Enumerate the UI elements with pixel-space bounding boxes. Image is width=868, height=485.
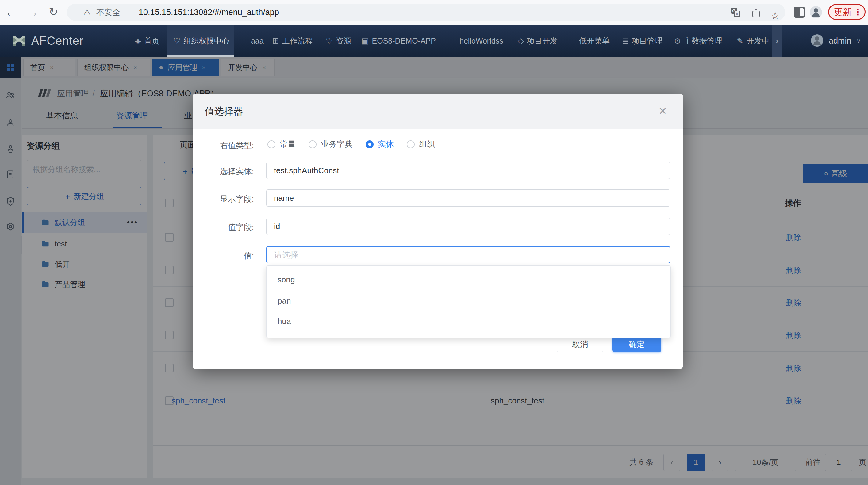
forward-button[interactable]: → <box>24 0 41 25</box>
browser-profile-avatar[interactable] <box>810 6 822 19</box>
translate-icon[interactable]: G 文 <box>731 8 740 17</box>
side-panel-icon[interactable] <box>794 7 805 18</box>
back-button[interactable]: ← <box>2 0 20 25</box>
dialog-title: 值选择器 <box>205 94 243 129</box>
wrench-icon: ⊙ <box>674 36 681 46</box>
right-value-type-label: 右值类型: <box>193 140 254 151</box>
value-options-dropdown: song pan hua <box>266 265 671 338</box>
browser-toolbar: ← → ↻ ⚠ 不安全 10.15.15.151:13082/#/menu_au… <box>0 0 868 25</box>
nav-item-project-mgmt[interactable]: ≣项目管理 <box>622 25 662 57</box>
not-secure-icon: ⚠ <box>84 4 91 21</box>
nav-overflow-chevron[interactable]: › <box>772 25 782 57</box>
username[interactable]: admin <box>829 25 851 57</box>
nav-item-aaa[interactable]: aaa <box>251 25 264 57</box>
nav-item-org-auth-center[interactable]: ♡组织权限中心 <box>173 25 229 57</box>
nav-item-home[interactable]: ◈首页 <box>135 25 159 57</box>
value-field-label: 值字段: <box>193 222 254 233</box>
nav-item-project-dev[interactable]: ◇项目开发 <box>518 25 558 57</box>
heart-icon: ♡ <box>173 36 180 46</box>
workflow-icon: ⊞ <box>272 36 279 46</box>
not-secure-label: 不安全 <box>96 4 120 21</box>
nav-item-helloworldss[interactable]: helloWorldss <box>460 25 503 57</box>
value-field-input[interactable] <box>266 218 670 235</box>
select-entity-input[interactable] <box>266 162 670 179</box>
user-caret-icon[interactable]: ∨ <box>856 25 861 57</box>
url-text[interactable]: 10.15.15.151:13082/#/menu_auth/app <box>138 4 279 21</box>
radio-circle-icon <box>407 140 415 149</box>
radio-circle-icon <box>366 140 374 149</box>
brand-name: AFCenter <box>31 25 84 57</box>
value-select-input[interactable] <box>266 246 670 263</box>
app-icon: ▣ <box>361 36 369 46</box>
right-value-type-radio-group: 常量 业务字典 实体 组织 <box>268 139 435 150</box>
radio-constant[interactable]: 常量 <box>268 139 296 150</box>
radio-circle-icon <box>268 140 275 149</box>
select-entity-label: 选择实体: <box>193 166 254 177</box>
home-gem-icon: ◈ <box>135 36 141 46</box>
edit-icon: ✎ <box>737 36 743 46</box>
radio-circle-icon <box>309 140 316 149</box>
reload-button[interactable]: ↻ <box>45 0 62 25</box>
address-bar[interactable]: ⚠ 不安全 10.15.15.151:13082/#/menu_auth/app… <box>67 4 785 21</box>
afcenter-logo-icon <box>12 33 26 48</box>
heart-icon: ♡ <box>326 36 333 46</box>
radio-organization[interactable]: 组织 <box>407 139 435 150</box>
address-divider <box>132 8 132 17</box>
nav-item-master-data[interactable]: ⊙主数据管理 <box>674 25 722 57</box>
display-field-input[interactable] <box>266 190 670 207</box>
user-avatar[interactable] <box>811 34 823 46</box>
nav-item-resources[interactable]: ♡资源 <box>326 25 351 57</box>
option-hua[interactable]: hua <box>278 315 291 328</box>
nav-item-workflow[interactable]: ⊞工作流程 <box>272 25 313 57</box>
display-field-label: 显示字段: <box>193 194 254 204</box>
nav-item-lowcode-menu[interactable]: 低开菜单 <box>579 25 610 57</box>
confirm-button[interactable]: 确定 <box>612 336 661 352</box>
browser-menu-dots-icon[interactable]: ⋮ <box>854 5 862 19</box>
nav-item-dev-center[interactable]: ✎开发中 <box>737 25 770 57</box>
radio-business-dict[interactable]: 业务字典 <box>309 139 353 150</box>
value-label: 值: <box>193 251 254 261</box>
nav-item-eos8-demo-app[interactable]: ▣EOS8-DEMO-APP <box>361 25 436 57</box>
share-icon[interactable]: ↑ <box>751 8 761 17</box>
dialog-close-icon[interactable]: ✕ <box>658 94 668 129</box>
app-top-nav: AFCenter ◈首页 ♡组织权限中心 aaa ⊞工作流程 ♡资源 ▣EOS8… <box>0 25 868 57</box>
dialog-header: 值选择器 ✕ <box>193 94 683 129</box>
layers-icon: ≣ <box>622 36 629 46</box>
option-song[interactable]: song <box>278 273 295 286</box>
option-pan[interactable]: pan <box>278 294 291 308</box>
browser-update-button[interactable]: 更新 ⋮ <box>828 4 866 20</box>
hexagon-icon: ◇ <box>518 36 524 46</box>
cancel-button[interactable]: 取消 <box>557 336 603 352</box>
radio-entity[interactable]: 实体 <box>366 139 394 150</box>
value-selector-dialog: 值选择器 ✕ 右值类型: 常量 业务字典 实体 组织 选择实体: 显示字段: 值… <box>193 94 683 369</box>
